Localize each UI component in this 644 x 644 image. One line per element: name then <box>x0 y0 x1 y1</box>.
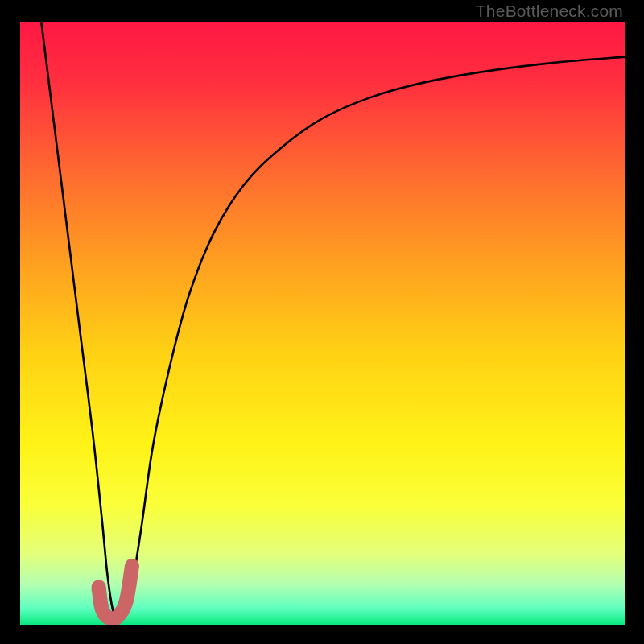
bottleneck-curve <box>41 22 625 621</box>
plot-area <box>20 22 625 625</box>
curve-layer <box>20 22 625 625</box>
highlight-dot <box>92 583 106 597</box>
chart-frame: TheBottleneck.com <box>0 0 644 644</box>
watermark-text: TheBottleneck.com <box>476 2 623 21</box>
